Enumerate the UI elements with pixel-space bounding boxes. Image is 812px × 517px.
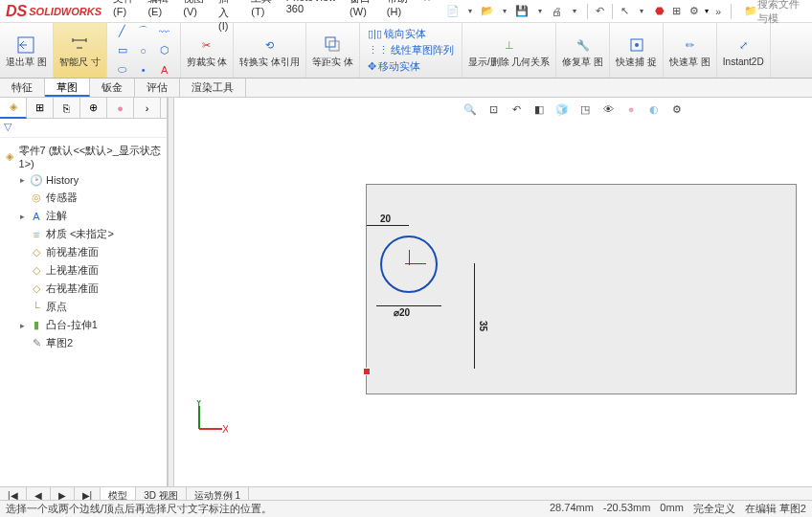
settings-icon[interactable]: ⚙ <box>687 3 701 20</box>
circle-icon[interactable]: ○ <box>134 42 153 59</box>
polygon-icon[interactable]: ⬡ <box>155 42 174 59</box>
view-orientation-icon[interactable]: 🧊 <box>553 100 572 119</box>
convert-button[interactable]: ⟲ 转换实 体引用 <box>234 23 306 78</box>
feature-tree-tab[interactable]: ◈ <box>0 98 27 119</box>
dropdown-icon[interactable]: ▾ <box>498 3 512 20</box>
move-button[interactable]: ✥ 移动实体 <box>366 58 456 75</box>
dim-diameter-value[interactable]: ⌀20 <box>394 307 410 318</box>
tree-sketch2[interactable]: ✎草图2 <box>15 334 165 352</box>
dim-line-top <box>367 225 409 226</box>
hide-show-icon[interactable]: 👁 <box>598 100 618 119</box>
text-icon[interactable]: A <box>155 61 174 79</box>
dropdown-icon[interactable]: ▾ <box>462 3 477 20</box>
mirror-button[interactable]: ▯|▯ 镜向实体 <box>366 26 456 42</box>
view-triad[interactable]: YX <box>193 400 222 429</box>
repair-sketch-label: 修复草 图 <box>562 56 603 67</box>
graphics-viewport[interactable]: 🔍 ⊡ ↶ ◧ 🧊 ◳ 👁 ● ◐ ⚙ 20 ⌀20 35 <box>174 98 812 486</box>
expand-icon[interactable]: ▸ <box>17 212 27 221</box>
dim-right-value[interactable]: 35 <box>478 321 488 331</box>
rect-icon[interactable]: ▭ <box>113 42 132 59</box>
linear-pattern-button[interactable]: ⋮⋮ 线性草图阵列 <box>366 42 456 58</box>
dimxpert-tab[interactable]: ⊕ <box>80 98 107 119</box>
relations-icon: ⊥ <box>498 34 521 56</box>
undo-icon[interactable]: ↶ <box>592 3 606 20</box>
tree-sensors[interactable]: ◎传感器 <box>15 189 165 207</box>
exit-sketch-label: 退出草 图 <box>6 56 47 67</box>
options-icon[interactable]: ⊞ <box>669 3 684 20</box>
open-icon[interactable]: 📂 <box>480 3 494 20</box>
tree-root[interactable]: ◈ 零件7 (默认<<默认>_显示状态 1>) <box>2 142 165 171</box>
dropdown-icon[interactable]: ▾ <box>635 3 649 20</box>
move-icon: ✥ <box>368 60 376 73</box>
panel-splitter[interactable] <box>168 98 174 486</box>
pattern-group: ▯|▯ 镜向实体 ⋮⋮ 线性草图阵列 ✥ 移动实体 <box>360 23 462 78</box>
zoom-area-icon[interactable]: ⊡ <box>484 100 503 119</box>
display-style-icon[interactable]: ◳ <box>575 100 595 119</box>
instant2d-button[interactable]: ⤢ Instant2D <box>717 23 771 78</box>
tree-annotations[interactable]: ▸A注解 <box>15 207 165 225</box>
rebuild-icon[interactable]: ⬣ <box>652 3 666 20</box>
tree-history[interactable]: ▸🕑History <box>15 171 165 189</box>
ds-logo-icon: DS <box>6 3 27 20</box>
section-view-icon[interactable]: ◧ <box>530 100 549 119</box>
filter-bar[interactable]: ▽ <box>0 119 167 138</box>
tab-features[interactable]: 特征 <box>0 79 45 97</box>
property-tab[interactable]: ⊞ <box>27 98 54 119</box>
separator <box>587 4 588 19</box>
spline-icon[interactable]: 〰 <box>155 23 174 40</box>
previous-view-icon[interactable]: ↶ <box>507 100 526 119</box>
print-icon[interactable]: 🖨 <box>550 3 564 20</box>
expand-icon[interactable]: ▸ <box>17 175 27 185</box>
apply-scene-icon[interactable]: ◐ <box>644 100 664 119</box>
offset-button[interactable]: 等距实 体 <box>306 23 360 78</box>
config-tab[interactable]: ⎘ <box>54 98 80 119</box>
tab-evaluate[interactable]: 评估 <box>135 79 180 97</box>
chevron-right-icon: › <box>146 102 149 114</box>
tab-sheetmetal[interactable]: 钣金 <box>90 79 135 97</box>
view-settings-icon[interactable]: ⚙ <box>667 100 687 119</box>
part-icon: ◈ <box>4 150 16 164</box>
filter-icon: ▽ <box>4 121 11 132</box>
plane-icon: ◇ <box>30 282 43 296</box>
convert-label: 转换实 体引用 <box>239 56 300 67</box>
tree-right-plane[interactable]: ◇右视基准面 <box>15 280 165 298</box>
app-logo: DS SOLIDWORKS <box>0 3 107 20</box>
line-icon[interactable]: ╱ <box>113 23 132 40</box>
dim-top-value[interactable]: 20 <box>380 214 391 224</box>
tab-render[interactable]: 渲染工具 <box>180 79 246 97</box>
tree-boss-extrude[interactable]: ▸▮凸台-拉伸1 <box>15 316 165 334</box>
display-relations-button[interactable]: ⊥ 显示/删除 几何关系 <box>462 23 557 78</box>
folder-icon: 📁 <box>744 5 757 17</box>
snap-icon <box>625 34 648 56</box>
tree-origin[interactable]: └原点 <box>15 298 165 316</box>
save-icon[interactable]: 💾 <box>515 3 530 20</box>
arc-icon[interactable]: ⌒ <box>134 23 153 40</box>
mirror-icon: ▯|▯ <box>368 28 382 40</box>
svg-point-4 <box>635 43 639 47</box>
quick-snap-button[interactable]: 快速捕 捉 <box>610 23 664 78</box>
edit-appearance-icon[interactable]: ● <box>621 100 641 119</box>
exit-sketch-button[interactable]: 退出草 图 <box>0 23 54 78</box>
sketch-origin[interactable] <box>363 368 371 375</box>
display-tab[interactable]: ● <box>107 98 134 119</box>
expand-tab[interactable]: › <box>134 98 161 119</box>
separator <box>612 4 613 19</box>
tree-top-plane[interactable]: ◇上视基准面 <box>15 261 165 280</box>
tree-front-plane[interactable]: ◇前视基准面 <box>15 243 165 261</box>
new-icon[interactable]: 📄 <box>445 3 460 20</box>
dropdown-icon[interactable]: ▾ <box>567 3 581 20</box>
smart-dimension-button[interactable]: 智能尺 寸 <box>54 23 107 78</box>
tree-material[interactable]: ≡材质 <未指定> <box>15 225 165 243</box>
trim-button[interactable]: ✂ 剪裁实 体 <box>181 23 235 78</box>
status-z: 0mm <box>660 502 683 516</box>
point-icon[interactable]: • <box>134 61 153 79</box>
x-icon[interactable]: » <box>711 3 726 20</box>
tab-sketch[interactable]: 草图 <box>45 79 90 97</box>
slot-icon[interactable]: ⬭ <box>113 61 132 79</box>
expand-icon[interactable]: ▸ <box>17 321 27 330</box>
zoom-fit-icon[interactable]: 🔍 <box>461 100 480 119</box>
select-icon[interactable]: ↖ <box>618 3 632 20</box>
repair-sketch-button[interactable]: 🔧 修复草 图 <box>556 23 610 78</box>
rapid-sketch-button[interactable]: ✏ 快速草 图 <box>664 23 717 78</box>
dropdown-icon[interactable]: ▾ <box>532 3 547 20</box>
